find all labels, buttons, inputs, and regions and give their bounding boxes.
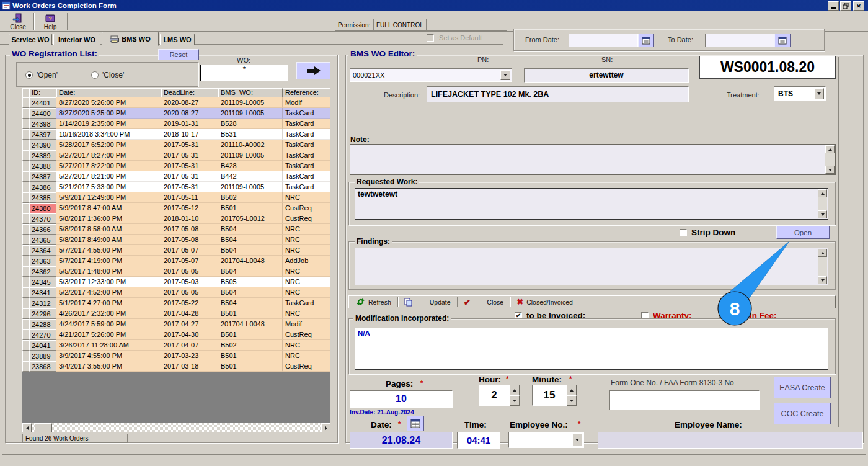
row-selector[interactable]: [22, 119, 29, 129]
spin-up-button[interactable]: [567, 385, 577, 395]
close-window-button[interactable]: ✕: [853, 1, 864, 11]
radio-close[interactable]: 'Close': [91, 71, 124, 79]
table-row[interactable]: 243885/27/2017 8:22:00 PM2017-05-31B428T…: [22, 161, 330, 171]
row-selector[interactable]: [22, 308, 29, 319]
row-selector[interactable]: [22, 329, 29, 340]
table-row[interactable]: 243655/8/2017 8:49:00 AM2017-05-08B504NR…: [22, 235, 330, 245]
header-deadline[interactable]: DeadLine:: [161, 88, 218, 97]
from-date-input[interactable]: [569, 34, 638, 47]
sn-input[interactable]: ertewttew: [524, 68, 689, 83]
set-as-default-checkbox[interactable]: :Set as Default: [427, 34, 482, 42]
help-button[interactable]: ? Help: [36, 12, 64, 30]
findings-scrollbar[interactable]: [818, 249, 827, 284]
scroll-up-button[interactable]: [818, 189, 827, 197]
pn-combobox[interactable]: 000021XX: [350, 68, 512, 82]
dropdown-arrow-icon[interactable]: [500, 70, 510, 80]
row-selector[interactable]: [22, 213, 29, 224]
table-row[interactable]: 238893/9/2017 4:55:00 PM2017-03-23B501NR…: [22, 351, 330, 361]
table-row[interactable]: 242964/26/2017 2:32:00 PM2017-04-28B501N…: [22, 308, 330, 319]
row-selector[interactable]: [22, 203, 29, 213]
tab-bms-wo[interactable]: BMS WO: [102, 32, 159, 46]
table-row[interactable]: 243805/9/2017 8:47:00 AM2017-05-12B501Cu…: [22, 203, 330, 213]
go-arrow-button[interactable]: [296, 62, 330, 79]
row-selector[interactable]: [22, 97, 29, 108]
header-reference[interactable]: Reference:: [283, 88, 330, 97]
row-selector[interactable]: [22, 182, 29, 192]
table-row[interactable]: 2439710/16/2018 3:34:00 PM2018-10-17B531…: [22, 129, 330, 140]
employee-no-combobox[interactable]: [508, 432, 584, 448]
row-selector[interactable]: [22, 192, 29, 203]
minimize-button[interactable]: [828, 1, 839, 11]
closed-invoiced-button[interactable]: ✖ Closed/Invoiced: [516, 297, 573, 307]
table-row[interactable]: 243865/21/2017 5:33:00 PM2017-05-3120110…: [22, 182, 330, 192]
row-selector[interactable]: [22, 287, 29, 298]
minute-input[interactable]: 15: [532, 385, 567, 406]
hour-spinner[interactable]: [510, 385, 520, 406]
row-selector[interactable]: [22, 108, 29, 119]
scroll-down-button[interactable]: [825, 166, 835, 174]
spin-down-button[interactable]: [567, 395, 577, 406]
row-selector[interactable]: [22, 235, 29, 245]
row-selector[interactable]: [22, 245, 29, 256]
row-selector[interactable]: [22, 361, 29, 372]
table-row[interactable]: 243665/8/2017 8:58:00 AM2017-05-08B504NR…: [22, 224, 330, 235]
note-scrollbar[interactable]: [825, 145, 835, 174]
table-row[interactable]: 243705/8/2017 1:36:00 PM2018-01-10201705…: [22, 213, 330, 224]
to-date-calendar-button[interactable]: [774, 34, 790, 47]
to-date-input[interactable]: [705, 34, 774, 47]
scroll-up-button[interactable]: [825, 145, 835, 153]
tab-lms-wo[interactable]: LMS WO: [160, 34, 195, 45]
treatment-combobox[interactable]: BTS: [774, 86, 826, 101]
header-selector[interactable]: [22, 88, 29, 97]
scroll-up-button[interactable]: [818, 249, 827, 257]
table-row[interactable]: 243875/27/2017 8:21:00 PM2017-05-31B442T…: [22, 171, 330, 182]
spin-down-button[interactable]: [510, 395, 520, 406]
scroll-right-button[interactable]: [321, 423, 330, 432]
table-row[interactable]: 242704/21/2017 5:26:00 PM2017-04-30B501C…: [22, 329, 330, 340]
row-selector[interactable]: [22, 171, 29, 182]
requested-work-scrollbar[interactable]: [818, 189, 827, 218]
from-date-calendar-button[interactable]: [638, 34, 654, 47]
table-row[interactable]: 238683/4/2017 3:55:00 PM2017-03-18B501Cu…: [22, 361, 330, 372]
requested-work-textarea[interactable]: tewtwetewt: [355, 188, 828, 220]
row-selector[interactable]: [22, 277, 29, 287]
form-one-input[interactable]: [609, 390, 760, 410]
employee-name-input[interactable]: [598, 432, 863, 449]
row-selector[interactable]: [22, 161, 29, 171]
table-row[interactable]: 243855/9/2017 12:49:00 PM2017-05-11B502N…: [22, 192, 330, 203]
coc-create-button[interactable]: COC Create: [774, 403, 831, 424]
tab-service-wo[interactable]: Service WO: [9, 34, 52, 45]
table-row[interactable]: 242884/24/2017 5:59:00 PM2017-04-2720170…: [22, 319, 330, 329]
header-id[interactable]: ID:: [29, 88, 56, 97]
date-input[interactable]: 21.08.24: [350, 432, 453, 449]
dropdown-arrow-icon[interactable]: [814, 88, 824, 99]
wo-search-input[interactable]: *: [200, 65, 288, 81]
row-selector[interactable]: [22, 340, 29, 351]
row-selector[interactable]: [22, 140, 29, 150]
table-row[interactable]: 243625/5/2017 1:48:00 PM2017-05-05B504NR…: [22, 266, 330, 277]
date-calendar-button[interactable]: [407, 416, 424, 431]
table-row[interactable]: 240413/26/2017 11:28:00 AM2017-04-07B502…: [22, 340, 330, 351]
time-input[interactable]: 04:41: [457, 432, 500, 449]
row-selector[interactable]: [22, 150, 29, 161]
easa-create-button[interactable]: EASA Create: [774, 377, 831, 398]
restore-button[interactable]: [840, 1, 851, 11]
scroll-down-button[interactable]: [818, 276, 827, 284]
scroll-thumb[interactable]: [35, 423, 52, 432]
spin-up-button[interactable]: [510, 385, 520, 395]
table-row[interactable]: 244018/27/2020 5:26:00 PM2020-08-2720110…: [22, 97, 330, 108]
hour-input[interactable]: 2: [479, 385, 510, 406]
row-selector[interactable]: [22, 256, 29, 266]
dropdown-arrow-icon[interactable]: [572, 434, 582, 446]
table-row[interactable]: 243125/1/2017 4:27:00 PM2017-05-22B504Ta…: [22, 298, 330, 308]
radio-open[interactable]: 'Open': [25, 71, 58, 79]
table-row[interactable]: 243645/7/2017 4:55:00 PM2017-05-07B504NR…: [22, 245, 330, 256]
row-selector[interactable]: [22, 266, 29, 277]
update-button[interactable]: Update: [404, 298, 451, 307]
description-input[interactable]: LIFEJACKET TYPE 102 Mk. 2BA: [427, 86, 689, 102]
table-row[interactable]: 243455/3/2017 12:33:00 PM2017-05-03B505N…: [22, 277, 330, 287]
table-hscrollbar[interactable]: [22, 423, 330, 432]
table-row[interactable]: 243905/28/2017 6:52:00 PM2017-05-3120111…: [22, 140, 330, 150]
refresh-button[interactable]: Refresh: [356, 298, 391, 306]
row-selector[interactable]: [22, 298, 29, 308]
